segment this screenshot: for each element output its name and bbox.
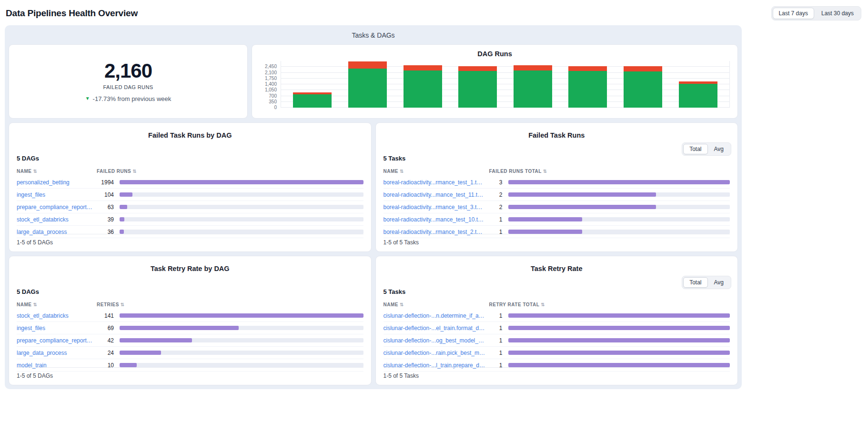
time-range-last-7-days-button[interactable]: Last 7 days: [773, 8, 814, 19]
bar-slot: [450, 61, 505, 108]
dag-link[interactable]: prepare_compliance_report_ny: [17, 204, 97, 211]
bar-fill: [120, 338, 192, 342]
sort-icon: ⇅: [543, 169, 547, 174]
bar-cell: [120, 351, 363, 355]
task-link[interactable]: boreal-radioactivity...mance_test_10.tas…: [384, 216, 489, 223]
row-value: 2: [489, 191, 508, 198]
successful-runs-segment: [293, 94, 332, 108]
column-header-value[interactable]: RETRY RATE TOTAL⇅: [489, 302, 730, 307]
y-axis-tick-label: 1,750: [265, 76, 277, 81]
stat-delta: ▼ -17.73% from previous week: [85, 95, 172, 102]
row-value: 2: [489, 204, 508, 211]
trend-down-icon: ▼: [85, 96, 90, 101]
toggle-total-button[interactable]: Total: [683, 144, 707, 154]
failed-runs-segment: [458, 66, 497, 71]
task-link[interactable]: cislunar-deflection-...n.determine_if_al…: [384, 312, 489, 319]
dag-runs-bar[interactable]: [514, 61, 552, 108]
column-header-name[interactable]: NAME⇅: [384, 169, 489, 174]
dag-link[interactable]: stock_etl_databricks: [17, 312, 97, 319]
table-row: cislunar-deflection-...n.determine_if_al…: [384, 310, 730, 322]
bar-track: [508, 205, 730, 209]
dag-runs-bar[interactable]: [624, 61, 662, 108]
dag-link[interactable]: personalized_betting: [17, 179, 97, 186]
bars-group: [285, 61, 726, 108]
bar-cell: [120, 363, 363, 367]
task-link[interactable]: boreal-radioactivity...rmance_test_3.tas…: [384, 204, 489, 211]
y-axis-tick-label: 0: [274, 105, 277, 110]
column-header-value[interactable]: RETRIES⇅: [97, 302, 363, 307]
pagination-label: 1-5 of 5 DAGs: [17, 367, 363, 385]
table-row: personalized_betting1994: [17, 176, 363, 189]
bar-fill: [508, 192, 656, 197]
page-title: Data Pipelines Health Overview: [6, 8, 138, 19]
bar-cell: [120, 338, 363, 342]
bar-fill: [120, 326, 239, 330]
failed-runs-segment: [514, 65, 552, 70]
dag-link[interactable]: prepare_compliance_report_ny: [17, 337, 97, 344]
table-header-row: NAME⇅RETRIES⇅: [17, 299, 363, 310]
bar-fill: [120, 192, 132, 197]
dag-runs-bar[interactable]: [404, 61, 442, 108]
dag-runs-bar[interactable]: [348, 61, 387, 108]
dag-runs-bar[interactable]: [679, 61, 717, 108]
chart-y-axis: 2,4502,1001,7501,4001,0507003500: [260, 61, 281, 108]
time-range-last-30-days-button[interactable]: Last 30 days: [815, 8, 860, 19]
bar-track: [508, 192, 730, 197]
bar-track: [508, 217, 730, 221]
bar-track: [508, 230, 730, 234]
table-row: large_data_process24: [17, 347, 363, 359]
task-link[interactable]: cislunar-deflection-...el_train.format_d…: [384, 325, 489, 332]
successful-runs-segment: [514, 70, 552, 108]
bar-slot: [505, 61, 561, 108]
bar-fill: [508, 217, 582, 221]
bar-track: [508, 363, 730, 367]
toggle-avg-button[interactable]: Avg: [708, 277, 730, 288]
y-axis-tick-label: 2,450: [265, 64, 277, 69]
sort-icon: ⇅: [541, 302, 545, 307]
dag-link[interactable]: ingest_files: [17, 191, 97, 198]
bar-cell: [120, 205, 363, 209]
dag-runs-bar[interactable]: [458, 61, 497, 108]
bar-fill: [120, 205, 127, 209]
row-value: 1: [489, 312, 508, 319]
topbar: Data Pipelines Health Overview Last 7 da…: [0, 0, 868, 25]
retry-rate-row: Task Retry Rate by DAG 5 DAGs NAME⇅RETRI…: [9, 256, 738, 385]
dag-link[interactable]: stock_etl_databricks: [17, 216, 97, 223]
bar-fill: [120, 351, 161, 355]
dag-link[interactable]: large_data_process: [17, 350, 97, 356]
dag-runs-bar[interactable]: [293, 61, 332, 108]
time-range-control: Last 7 days Last 30 days: [771, 6, 861, 20]
bar-fill: [508, 363, 730, 367]
task-link[interactable]: boreal-radioactivity...rmance_test_1.tas…: [384, 179, 489, 186]
column-header-name[interactable]: NAME⇅: [17, 169, 97, 174]
count-label: 5 Tasks: [384, 288, 730, 295]
bar-fill: [508, 338, 730, 342]
column-header-name[interactable]: NAME⇅: [17, 302, 97, 307]
bar-fill: [508, 180, 730, 184]
task-retry-rate-card: Task Retry Rate Total Avg 5 Tasks NAME⇅R…: [375, 256, 738, 385]
dag-runs-bar[interactable]: [568, 61, 607, 108]
bar-cell: [508, 338, 730, 342]
bar-cell: [120, 326, 363, 330]
task-link[interactable]: boreal-radioactivity...mance_test_11.tas…: [384, 191, 489, 198]
y-axis-tick-label: 700: [269, 93, 277, 99]
failed-runs-by-dag-table: NAME⇅FAILED RUNS⇅personalized_betting199…: [17, 166, 363, 238]
toggle-avg-button[interactable]: Avg: [708, 144, 730, 154]
dag-link[interactable]: ingest_files: [17, 325, 97, 332]
task-link[interactable]: cislunar-deflection-...rain.pick_best_mo…: [384, 350, 489, 356]
toggle-total-button[interactable]: Total: [683, 277, 707, 288]
sort-icon: ⇅: [33, 302, 37, 307]
sort-icon: ⇅: [400, 302, 404, 307]
task-link[interactable]: cislunar-deflection-...og_best_model_to_…: [384, 337, 489, 344]
bar-track: [508, 351, 730, 355]
column-header-value[interactable]: FAILED RUNS⇅: [97, 169, 363, 174]
column-header-value[interactable]: FAILED RUNS TOTAL⇅: [489, 169, 730, 174]
task-retry-rate-by-dag-card: Task Retry Rate by DAG 5 DAGs NAME⇅RETRI…: [9, 256, 372, 385]
table-row: cislunar-deflection-...el_train.format_d…: [384, 322, 730, 334]
row-value: 39: [97, 216, 120, 223]
count-label: 5 Tasks: [384, 155, 730, 162]
bar-fill: [508, 326, 730, 330]
column-header-name[interactable]: NAME⇅: [384, 302, 489, 307]
bar-track: [120, 230, 363, 234]
bar-cell: [508, 217, 730, 221]
